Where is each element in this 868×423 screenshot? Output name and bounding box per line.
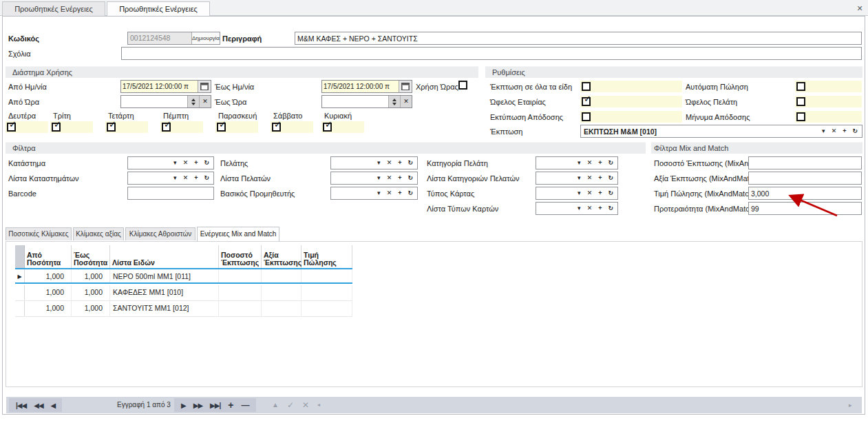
column-header-sale-price[interactable]: Τιμή Πώλησης [301,245,352,268]
prev-record-button[interactable]: ◀ [51,402,56,409]
table-row[interactable]: 1,000 1,000 ΚΑΦΕΔΕΣ MM1 [010] [15,285,352,301]
commit-button[interactable]: ✓ [287,400,294,410]
use-time-checkbox[interactable] [458,81,467,90]
clear-icon[interactable]: ✕ [587,203,593,214]
add-icon[interactable]: + [598,187,602,199]
add-icon[interactable]: + [398,172,401,184]
to-time-editor[interactable]: ✕ [321,95,412,108]
column-header-item-list[interactable]: Λίστα Ειδών [110,245,219,268]
first-record-button[interactable]: |◀◀ [16,402,26,409]
refresh-icon[interactable]: ↻ [204,157,209,169]
refresh-icon[interactable]: ↻ [407,187,413,199]
next-record-button[interactable]: ▶ [181,402,186,409]
create-button[interactable]: Δημιουργία [191,32,220,44]
customer-category-lookup[interactable]: ▾✕+↻ [536,156,618,169]
column-header-discount-pct[interactable]: Ποσοστό Έκπτωσης [219,245,262,268]
clear-time-button[interactable]: ✕ [400,96,412,107]
clear-icon[interactable]: ✕ [587,172,593,184]
card-type-lookup[interactable]: ▾✕+↻ [536,187,618,200]
spinner-buttons[interactable] [388,96,400,107]
dropdown-icon[interactable]: ▾ [578,172,581,184]
dropdown-icon[interactable]: ▾ [173,157,177,169]
tab-accumulator-scales[interactable]: Κλίμακες Αθροιστών [125,227,195,240]
customer-list-lookup[interactable]: ▾✕+↻ [330,172,418,185]
dropdown-icon[interactable]: ▾ [173,172,177,184]
day-checkbox-sunday[interactable]: ✓ [323,123,332,132]
tab-value-scales[interactable]: Κλίμακες αξίας [73,227,124,240]
discount-all-items-checkbox[interactable] [582,82,591,91]
day-checkbox-friday[interactable]: ✓ [217,123,226,132]
edit-row-button[interactable]: ▲ [272,401,278,409]
cancel-edit-button[interactable]: ✕ [302,400,309,410]
from-time-editor[interactable]: ✕ [120,95,211,108]
table-row[interactable]: ▶ 1,000 1,000 ΝΕΡΟ 500ml MM1 [011] [15,268,352,284]
print-receipt-checkbox[interactable] [582,112,591,121]
code-value[interactable]: 0012124548 [128,32,191,44]
to-date-editor[interactable]: 17/5/2021 12:00:00 π [321,80,412,93]
add-icon[interactable]: + [598,157,602,169]
close-icon[interactable]: ✕ [856,4,864,12]
last-record-button[interactable]: ▶▶| [210,402,220,409]
dropdown-icon[interactable]: ▾ [578,203,581,214]
clear-icon[interactable]: ✕ [183,172,189,184]
add-icon[interactable]: + [398,187,401,199]
receipt-message-checkbox[interactable] [796,112,805,121]
delete-row-button[interactable]: — [241,400,249,410]
add-icon[interactable]: + [398,157,401,169]
calendar-button[interactable] [198,81,211,92]
dropdown-icon[interactable]: ▾ [822,125,825,137]
comments-input[interactable] [121,47,862,60]
customer-lookup[interactable]: ▾✕+↻ [330,156,418,169]
refresh-icon[interactable]: ↻ [204,172,209,184]
customer-benefit-checkbox[interactable] [796,97,805,106]
dropdown-icon[interactable]: ▾ [578,187,581,199]
calendar-button[interactable] [399,81,412,92]
add-icon[interactable]: + [194,157,198,169]
barcode-input[interactable] [127,187,214,200]
refresh-icon[interactable]: ↻ [407,172,413,184]
dropdown-icon[interactable]: ▾ [377,172,381,184]
clear-icon[interactable]: ✕ [387,187,392,199]
refresh-icon[interactable]: ↻ [852,125,858,137]
clear-icon[interactable]: ✕ [587,187,593,199]
add-icon[interactable]: + [598,172,602,184]
add-icon[interactable]: + [194,172,198,184]
column-header-to-qty[interactable]: Έως Ποσότητα [72,245,110,268]
card-type-list-lookup[interactable]: ▾✕+↻ [536,202,618,215]
day-checkbox-monday[interactable]: ✓ [7,123,16,132]
company-benefit-checkbox[interactable]: ✓ [582,97,591,106]
main-supplier-lookup[interactable]: ▾✕+↻ [330,187,418,200]
spinner-buttons[interactable] [187,96,199,107]
clear-icon[interactable]: ✕ [183,157,189,169]
tab-mix-and-match-actions[interactable]: Ενέργειες Mix and Match [197,227,279,241]
dropdown-icon[interactable]: ▾ [578,157,581,169]
dropdown-icon[interactable]: ▾ [377,157,381,169]
day-checkbox-thursday[interactable]: ✓ [162,123,171,132]
store-list-lookup[interactable]: ▾✕+↻ [127,172,214,185]
column-header-discount-value[interactable]: Αξία Έκπτωσης [262,245,301,268]
scroll-right-icon[interactable]: ▸ [849,402,851,409]
refresh-icon[interactable]: ↻ [608,203,613,214]
tab-promotional-actions-1[interactable]: Προωθητικές Ενέργειες [2,1,105,16]
day-checkbox-tuesday[interactable]: ✓ [52,123,61,132]
column-header-from-qty[interactable]: Από Ποσότητα [25,245,72,268]
description-input[interactable] [295,32,862,45]
day-checkbox-wednesday[interactable]: ✓ [107,123,116,132]
table-row[interactable]: 1,000 1,000 ΣΑΝΤΟΥΙΤΣ MM1 [012] [15,301,352,317]
prev-page-button[interactable]: ◀◀ [34,402,43,409]
next-page-button[interactable]: ▶▶ [193,402,202,409]
store-lookup[interactable]: ▾✕+↻ [127,156,214,169]
mixmatch-discount-value-input[interactable] [748,172,862,185]
from-date-editor[interactable]: 17/5/2021 12:00:00 π [120,80,211,93]
refresh-icon[interactable]: ↻ [608,157,613,169]
add-icon[interactable]: + [598,203,602,214]
mixmatch-discount-pct-input[interactable] [748,156,862,169]
refresh-icon[interactable]: ↻ [608,187,613,199]
clear-icon[interactable]: ✕ [387,157,392,169]
append-row-button[interactable]: + [228,400,233,411]
discount-lookup[interactable]: ΕΚΠΤΩΣΗ M&M [010] ▾ ✕ + ↻ [580,125,862,138]
auto-sale-checkbox[interactable] [796,82,805,91]
dropdown-icon[interactable]: ▾ [377,187,381,199]
clear-icon[interactable]: ✕ [387,172,392,184]
day-checkbox-saturday[interactable]: ✓ [272,123,281,132]
